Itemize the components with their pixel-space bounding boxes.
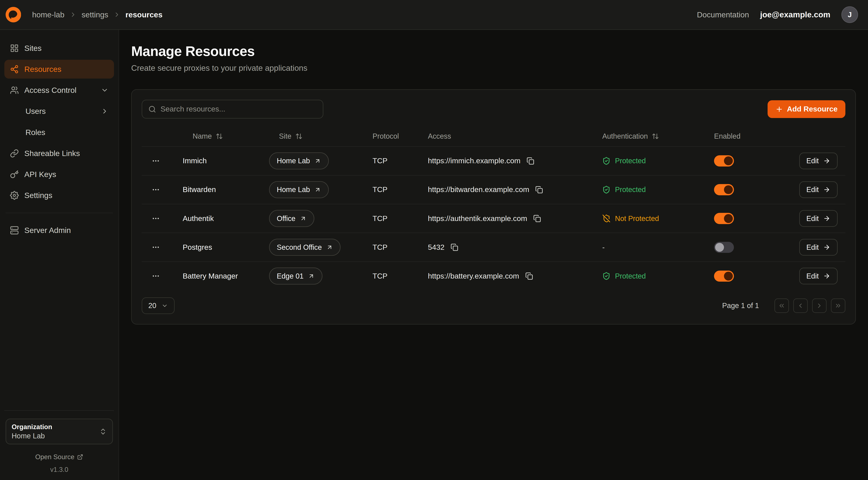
chevron-right-icon — [101, 107, 108, 115]
ellipsis-icon — [152, 157, 160, 165]
row-actions-button[interactable] — [150, 241, 162, 253]
sidebar-item-shareable-links[interactable]: Shareable Links — [4, 144, 114, 163]
page-info: Page 1 of 1 — [722, 302, 759, 310]
site-link[interactable]: Home Lab — [269, 181, 329, 198]
access-url: https://immich.example.com — [428, 156, 521, 165]
site-link[interactable]: Office — [269, 210, 314, 227]
search-icon — [148, 106, 156, 113]
sidebar-item-resources[interactable]: Resources — [4, 60, 114, 79]
chevron-left-icon — [797, 302, 804, 309]
edit-button[interactable]: Edit — [799, 153, 838, 169]
shield-off-icon — [602, 214, 611, 222]
sidebar-item-access-control[interactable]: Access Control — [4, 81, 114, 100]
header-site[interactable]: Site — [269, 132, 373, 140]
main-content: Manage Resources Create secure proxies t… — [119, 30, 868, 480]
sort-icon — [295, 133, 303, 140]
edit-button[interactable]: Edit — [799, 181, 838, 198]
ellipsis-icon — [152, 272, 160, 280]
site-name: Second Office — [277, 243, 322, 251]
next-page-button[interactable] — [812, 298, 827, 313]
row-actions-button[interactable] — [150, 183, 162, 196]
first-page-button[interactable] — [774, 298, 789, 313]
sidebar: Sites Resources Access Control Users Rol… — [0, 30, 119, 480]
breadcrumb-org[interactable]: home-lab — [32, 10, 64, 19]
protocol: TCP — [373, 156, 428, 165]
sort-icon — [652, 133, 659, 140]
row-actions-button[interactable] — [150, 155, 162, 167]
app-logo-icon[interactable] — [6, 7, 21, 23]
resource-name: Battery Manager — [173, 272, 269, 280]
sidebar-item-roles[interactable]: Roles — [4, 123, 114, 142]
prev-page-button[interactable] — [793, 298, 808, 313]
auth-status: Not Protected — [602, 214, 659, 222]
table-row: Bitwarden Home Lab TCP https://bitwarden… — [142, 175, 845, 204]
arrow-right-icon — [823, 186, 830, 193]
edit-button[interactable]: Edit — [799, 210, 838, 227]
users-icon — [10, 86, 19, 95]
edit-button[interactable]: Edit — [799, 268, 838, 284]
copy-button[interactable] — [524, 271, 534, 281]
edit-button[interactable]: Edit — [799, 239, 838, 256]
external-link-icon — [77, 454, 83, 460]
page-size-select[interactable]: 20 — [142, 297, 175, 314]
copy-button[interactable] — [450, 242, 459, 252]
enabled-toggle[interactable] — [714, 184, 734, 195]
auth-label: Protected — [615, 157, 646, 165]
sites-grid-icon — [10, 44, 19, 53]
enabled-toggle[interactable] — [714, 155, 734, 166]
row-actions-button[interactable] — [150, 270, 162, 282]
enabled-toggle[interactable] — [714, 271, 734, 281]
sidebar-item-server-admin[interactable]: Server Admin — [4, 221, 114, 240]
gear-icon — [10, 191, 19, 200]
header-enabled: Enabled — [714, 132, 789, 140]
search-input[interactable] — [160, 105, 317, 113]
plus-icon — [775, 106, 783, 113]
arrow-right-icon — [823, 272, 830, 280]
sidebar-item-settings[interactable]: Settings — [4, 186, 114, 205]
shield-check-icon — [602, 157, 611, 165]
enabled-toggle[interactable] — [714, 242, 734, 253]
sidebar-item-label: Resources — [24, 65, 62, 74]
documentation-link[interactable]: Documentation — [697, 10, 749, 19]
resource-name: Immich — [173, 156, 269, 165]
access-url: https://bitwarden.example.com — [428, 185, 529, 194]
chevron-down-icon — [161, 302, 168, 309]
header-name[interactable]: Name — [173, 132, 269, 140]
copy-button[interactable] — [532, 214, 542, 223]
breadcrumb-current: resources — [125, 10, 162, 19]
header-authentication[interactable]: Authentication — [602, 132, 714, 140]
breadcrumb-settings[interactable]: settings — [82, 10, 108, 19]
page-subtitle: Create secure proxies to your private ap… — [131, 63, 856, 72]
sidebar-item-sites[interactable]: Sites — [4, 39, 114, 58]
copy-icon — [527, 157, 534, 165]
organization-name: Home Lab — [11, 432, 52, 440]
topbar: home-lab settings resources Documentatio… — [0, 0, 868, 30]
row-actions-button[interactable] — [150, 212, 162, 225]
sidebar-item-users[interactable]: Users — [4, 102, 114, 121]
enabled-toggle[interactable] — [714, 213, 734, 224]
site-name: Home Lab — [277, 157, 310, 165]
resource-name: Authentik — [173, 214, 269, 223]
add-resource-button[interactable]: Add Resource — [768, 100, 845, 118]
auth-status: - — [602, 243, 604, 251]
user-email[interactable]: joe@example.com — [760, 10, 830, 19]
sidebar-item-label: Access Control — [24, 86, 76, 95]
avatar[interactable]: J — [841, 6, 858, 23]
table-row: Immich Home Lab TCP https://immich.examp… — [142, 146, 845, 175]
protocol: TCP — [373, 185, 428, 194]
resources-table: Name Site Protocol Access Authentication — [142, 126, 845, 290]
site-link[interactable]: Edge 01 — [269, 268, 322, 284]
open-source-link[interactable]: Open Source — [6, 453, 113, 461]
sidebar-item-api-keys[interactable]: API Keys — [4, 165, 114, 184]
copy-button[interactable] — [525, 156, 535, 166]
organization-selector[interactable]: Organization Home Lab — [6, 419, 113, 444]
site-link[interactable]: Home Lab — [269, 152, 329, 170]
last-page-button[interactable] — [831, 298, 845, 313]
search-box[interactable] — [142, 100, 323, 119]
add-resource-label: Add Resource — [787, 105, 838, 113]
auth-status: Protected — [602, 157, 646, 165]
copy-button[interactable] — [534, 185, 544, 194]
table-header: Name Site Protocol Access Authentication — [142, 126, 845, 146]
site-link[interactable]: Second Office — [269, 239, 341, 256]
link-icon — [10, 149, 19, 158]
